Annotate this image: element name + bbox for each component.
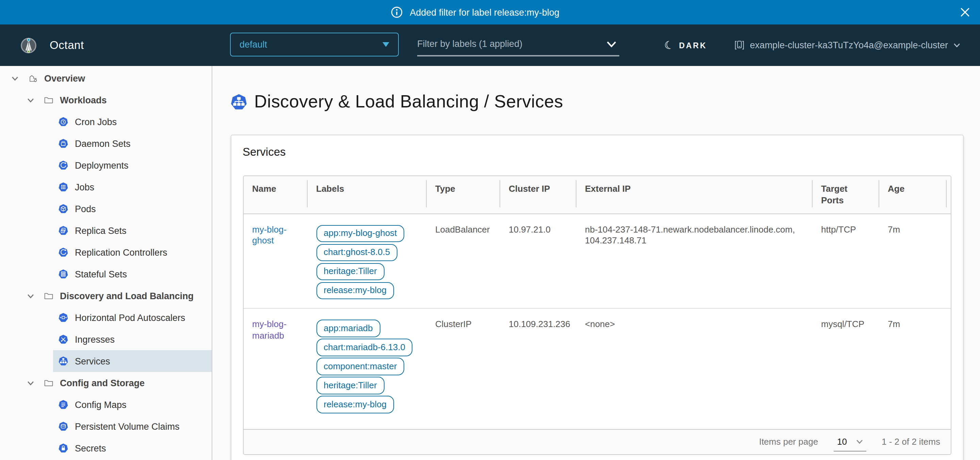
cell-target-ports: mysql/TCP (812, 309, 879, 422)
info-icon (391, 6, 403, 18)
cell-age: 7m (879, 309, 946, 422)
column-header-cluster-ip[interactable]: Cluster IP (500, 176, 576, 214)
chevron-down-icon[interactable] (27, 381, 34, 385)
app-header: Octant default Filter by labels (1 appli… (0, 24, 980, 66)
cell-external-ip: nb-104-237-148-71.newark.nodebalancer.li… (576, 214, 812, 308)
label-pill[interactable]: app:my-blog-ghost (316, 225, 404, 243)
label-filter-text: Filter by labels (1 applied) (417, 39, 522, 49)
service-link[interactable]: my-blog-mariadb (252, 319, 286, 341)
close-icon[interactable] (959, 6, 971, 18)
label-pill[interactable]: heritage:Tiller (316, 377, 385, 394)
column-header-labels[interactable]: Labels (307, 176, 426, 214)
chevron-down-icon (606, 40, 617, 47)
octant-app: Added filter for label release:my-blog O… (0, 0, 980, 460)
sidebar-item-config-maps[interactable]: Config Maps (53, 394, 211, 416)
sidebar-item-daemon-sets[interactable]: Daemon Sets (53, 133, 211, 154)
sidebar-group-workloads[interactable]: Workloads (0, 89, 211, 111)
cell-target-ports: http/TCP (812, 214, 879, 308)
sidebar-item-stateful-sets[interactable]: Stateful Sets (53, 263, 211, 285)
sidebar-item-ingresses[interactable]: Ingresses (53, 328, 211, 350)
folder-icon (43, 378, 54, 388)
folder-icon (43, 95, 54, 105)
namespace-select[interactable]: default (230, 33, 399, 56)
cell-type: LoadBalancer (426, 214, 500, 308)
sidebar-item-cron-jobs[interactable]: Cron Jobs (53, 111, 211, 133)
ingresses-icon (58, 335, 68, 344)
sidebar-item-services[interactable]: Services (53, 350, 211, 372)
chevron-down-icon[interactable] (11, 76, 18, 81)
cell-name: my-blog-ghost (243, 214, 307, 308)
table-body-spacer (243, 422, 950, 429)
cron-jobs-icon (58, 117, 68, 127)
pagination-range-text: 1 - 2 of 2 items (882, 437, 940, 447)
config-maps-icon (58, 400, 68, 409)
sidebar-item-pods[interactable]: Pods (53, 198, 211, 220)
label-pill[interactable]: app:mariadb (316, 320, 380, 337)
label-pill[interactable]: chart:ghost-8.0.5 (316, 244, 398, 262)
cell-cluster-ip: 10.109.231.236 (500, 309, 576, 422)
replica-sets-icon (58, 226, 68, 235)
label-pill[interactable]: release:my-blog (316, 282, 394, 300)
notification-message: Added filter for label release:my-blog (410, 7, 559, 17)
column-header-type[interactable]: Type (426, 176, 500, 214)
sidebar-item-horizontal-pod-autoscalers[interactable]: Horizontal Pod Autoscalers (53, 307, 211, 328)
column-header-external-ip[interactable]: External IP (576, 176, 812, 214)
column-header-age[interactable]: Age (879, 176, 946, 214)
label-pill[interactable]: chart:mariadb-6.13.0 (316, 339, 413, 356)
octant-logo-icon (21, 37, 37, 53)
dark-theme-label: DARK (679, 41, 707, 49)
caret-down-icon (382, 42, 389, 47)
service-link[interactable]: my-blog-ghost (252, 224, 286, 246)
folder-icon (43, 291, 54, 301)
label-pill[interactable]: component:master (316, 358, 404, 375)
cell-cluster-ip: 10.97.21.0 (500, 214, 576, 308)
notification-bar: Added filter for label release:my-blog (0, 0, 980, 24)
items-per-page-label: Items per page (759, 437, 818, 447)
sidebar-item-persistent-volume-claims[interactable]: Persistent Volume Claims (53, 416, 211, 437)
sidebar-group-discovery-and-load-balancing[interactable]: Discovery and Load Balancing (0, 285, 211, 307)
sidebar-item-replica-sets[interactable]: Replica Sets (53, 220, 211, 241)
column-header-name[interactable]: Name (243, 176, 307, 214)
jobs-icon (58, 182, 68, 192)
page-size-select[interactable]: 10 (834, 436, 866, 452)
sidebar-item-replication-controllers[interactable]: Replication Controllers (53, 241, 211, 263)
pods-icon (58, 204, 68, 214)
cell-filler (946, 309, 951, 422)
card-title: Services (243, 146, 951, 159)
cluster-context-selector[interactable]: example-cluster-ka3TuTzYo4a@example-clus… (734, 40, 960, 50)
deployments-icon (58, 160, 68, 170)
label-filter-dropdown[interactable]: Filter by labels (1 applied) (417, 33, 619, 56)
page-title: Discovery & Load Balancing / Services (254, 91, 563, 112)
cell-labels: app:mariadb chart:mariadb-6.13.0 compone… (307, 309, 426, 422)
daemon-sets-icon (58, 139, 68, 148)
column-header-target-ports[interactable]: Target Ports (812, 176, 879, 214)
chevron-down-icon (856, 439, 862, 444)
namespace-value: default (240, 40, 382, 50)
sidebar-item-secrets[interactable]: Secrets (53, 437, 211, 459)
main-content: Discovery & Load Balancing / Services Se… (212, 66, 980, 460)
table-header-row: Name Labels Type Cluster IP External IP … (243, 176, 950, 214)
cell-external-ip: <none> (576, 309, 812, 422)
sidebar-nav: Overview Workloads Cron Jobs Daemon Sets… (0, 66, 212, 460)
sidebar-item-deployments[interactable]: Deployments (53, 154, 211, 176)
applications-icon (28, 73, 38, 83)
cell-labels: app:my-blog-ghost chart:ghost-8.0.5 heri… (307, 214, 426, 308)
chevron-down-icon[interactable] (27, 98, 34, 102)
chevron-down-icon (953, 43, 960, 48)
chevron-down-icon[interactable] (27, 293, 34, 298)
column-header-filler (946, 176, 951, 214)
label-pill[interactable]: heritage:Tiller (316, 263, 385, 281)
services-card: Services Name Labels Type Cluster IP Ext… (231, 135, 963, 460)
cell-age: 7m (879, 214, 946, 308)
cell-name: my-blog-mariadb (243, 309, 307, 422)
moon-icon: ☾ (663, 39, 675, 51)
brand[interactable]: Octant (21, 37, 84, 53)
dark-theme-toggle[interactable]: ☾ DARK (665, 40, 707, 51)
page-size-value: 10 (837, 436, 847, 447)
table-pagination: Items per page 10 1 - 2 of 2 items (243, 429, 950, 454)
table-row: my-blog-ghost app:my-blog-ghost chart:gh… (243, 214, 950, 308)
sidebar-group-config-and-storage[interactable]: Config and Storage (0, 372, 211, 394)
label-pill[interactable]: release:my-blog (316, 396, 394, 413)
sidebar-item-jobs[interactable]: Jobs (53, 176, 211, 198)
sidebar-item-overview[interactable]: Overview (0, 67, 211, 89)
